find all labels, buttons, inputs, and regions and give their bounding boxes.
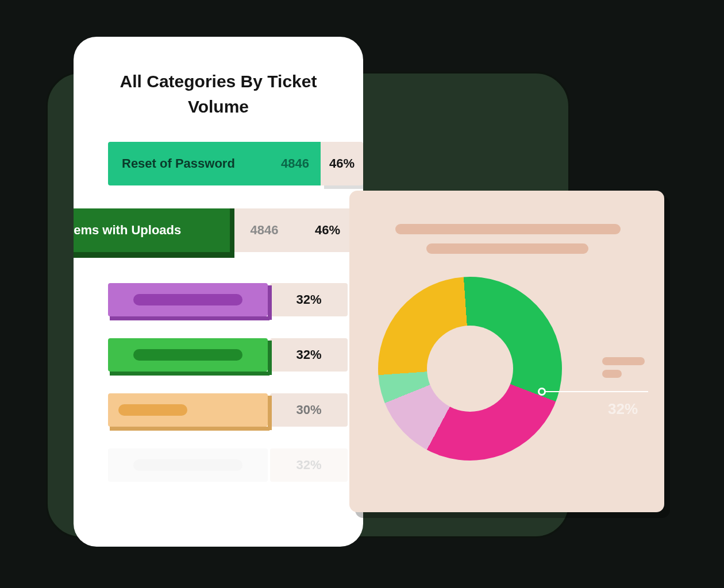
bar-percent: 32% [270,338,348,372]
card-title: All Categories By Ticket Volume [74,69,363,142]
bar-purple [108,283,268,322]
callout-dot [538,388,546,396]
legend-placeholder [602,357,645,365]
legend-placeholder [602,370,622,378]
donut-card: 32% [349,191,664,512]
bar-orange [108,393,268,432]
bar-row-orange: 30% [108,393,363,432]
bar-percent: 46% [299,208,356,252]
bar-row-reset-password: Reset of Password 4846 46% [108,142,363,185]
bar-row-green: 32% [108,338,363,377]
bar-label: Problems with Uploads [74,223,181,238]
bar-percent: 30% [270,393,348,427]
donut-callout-label: 32% [608,400,638,418]
bar-count: 4846 [230,208,299,252]
bar-percent: 32% [270,448,348,482]
categories-card: All Categories By Ticket Volume Reset of… [74,37,363,547]
bar-label: Reset of Password [122,156,235,171]
bar-row-faded: 32% [108,448,363,488]
donut-chart [378,277,562,461]
bar-percent: 32% [270,283,348,316]
placeholder-line [426,243,588,254]
bar-count: 4846 [281,156,309,171]
bar-row-purple: 32% [108,283,363,322]
bar-percent: 46% [321,142,363,185]
bar-row-problems-uploads: Problems with Uploads 4846 46% [74,208,363,252]
bar-gray [108,448,268,488]
placeholder-line [395,224,621,234]
bar-green [108,338,268,377]
